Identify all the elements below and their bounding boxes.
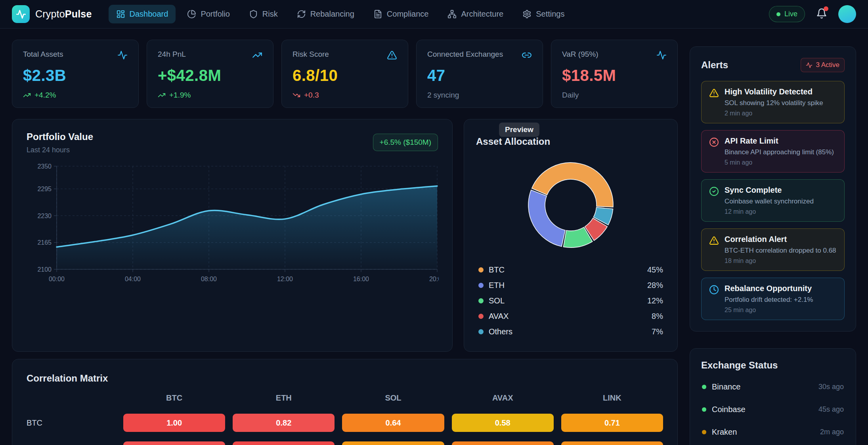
heatmap-cell: 0.58 xyxy=(452,414,554,432)
trending-up-icon xyxy=(23,91,31,99)
stat-value: 6.8/10 xyxy=(293,67,397,84)
exchange-status-title: Exchange Status xyxy=(701,360,845,371)
legend-item-avax: AVAX 8% xyxy=(476,309,665,324)
stat-card-risk-score: Risk Score 6.8/10 +0.3 xyxy=(281,40,408,108)
stat-card-connected-exchanges: Connected Exchanges 47 2 syncing xyxy=(416,40,543,108)
exchange-row-binance: Binance 30s ago xyxy=(701,376,845,398)
alert-triangle-icon xyxy=(709,88,719,98)
alert-item-high-volatility[interactable]: High Volatility Detected SOL showing 12%… xyxy=(701,81,845,123)
x-circle-icon xyxy=(709,137,719,147)
svg-text:2350: 2350 xyxy=(37,163,52,170)
portfolio-value-card: Portfolio Value Last 24 hours +6.5% ($15… xyxy=(12,119,453,352)
asset-allocation-donut-chart[interactable] xyxy=(476,154,665,253)
stat-delta: +4.2% xyxy=(23,91,128,100)
portfolio-title: Portfolio Value xyxy=(27,131,93,142)
alert-triangle-icon xyxy=(709,236,719,246)
heatmap-cell: 0.71 xyxy=(561,414,663,432)
trending-down-icon xyxy=(293,91,300,99)
stat-value: +$42.8M xyxy=(158,67,262,84)
nav-item-portfolio[interactable]: Portfolio xyxy=(180,5,237,23)
stat-card-var: VaR (95%) $18.5M Daily xyxy=(551,40,678,108)
avatar[interactable] xyxy=(838,5,856,23)
legend-dot xyxy=(478,283,484,288)
exchange-row-gemini: Gemini 1m ago xyxy=(701,443,845,445)
portfolio-change-badge: +6.5% ($150M) xyxy=(373,134,438,151)
stat-card-total-assets: Total Assets $2.3B +4.2% xyxy=(12,40,139,108)
refresh-icon xyxy=(297,10,306,19)
pie-chart-icon xyxy=(187,10,196,19)
stats-row: Total Assets $2.3B +4.2% 24h PnL +$42.8M… xyxy=(12,40,678,108)
status-dot xyxy=(702,430,706,434)
asset-allocation-title: Asset Allocation xyxy=(476,136,665,147)
correlation-header-row: BTC ETH SOL AVAX LINK xyxy=(27,393,663,403)
column-header: LINK xyxy=(561,393,663,403)
heatmap-cell: 0.69 xyxy=(561,441,663,445)
svg-text:2230: 2230 xyxy=(37,213,52,219)
nav-item-settings[interactable]: Settings xyxy=(515,5,572,23)
live-dot xyxy=(776,12,780,16)
exchange-list: Binance 30s ago Coinbase 45s ago Kraken … xyxy=(701,376,845,445)
stat-value: $18.5M xyxy=(562,67,667,84)
check-circle-icon xyxy=(709,186,719,196)
svg-text:2100: 2100 xyxy=(37,266,52,273)
stat-delta: Daily xyxy=(562,91,667,100)
trending-up-icon xyxy=(252,50,262,60)
legend-item-btc: BTC 45% xyxy=(476,262,665,278)
alerts-active-badge: 3 Active xyxy=(801,58,845,72)
page-body: Total Assets $2.3B +4.2% 24h PnL +$42.8M… xyxy=(0,29,868,445)
legend-dot xyxy=(478,298,484,303)
portfolio-line-chart[interactable]: 2100216522302295235000:0004:0008:0012:00… xyxy=(27,160,439,292)
column-header: BTC xyxy=(123,393,225,403)
stat-value: 47 xyxy=(427,67,532,84)
logo-icon xyxy=(12,5,30,23)
heatmap-cell: 0.82 xyxy=(233,414,335,432)
alert-item-correlation-alert[interactable]: Correlation Alert BTC-ETH correlation dr… xyxy=(701,228,845,271)
nav-item-risk[interactable]: Risk xyxy=(241,5,285,23)
legend-item-others: Others 7% xyxy=(476,324,665,340)
clock-icon xyxy=(709,285,719,295)
nav-item-rebalancing[interactable]: Rebalancing xyxy=(289,5,362,23)
alerts-panel: Alerts 3 Active High Volatility Detected… xyxy=(690,46,856,332)
svg-text:08:00: 08:00 xyxy=(201,276,217,282)
stat-card-24h-pnl: 24h PnL +$42.8M +1.9% xyxy=(147,40,273,108)
stat-label: Connected Exchanges xyxy=(427,50,503,59)
alert-item-sync-complete[interactable]: Sync Complete Coinbase wallet synchroniz… xyxy=(701,179,845,222)
svg-text:04:00: 04:00 xyxy=(125,276,141,282)
stat-delta: +0.3 xyxy=(293,91,397,100)
trending-up-icon xyxy=(158,91,166,99)
network-icon xyxy=(447,10,457,19)
correlation-row-btc: BTC 1.00 0.82 0.64 0.58 0.71 xyxy=(27,414,663,432)
alert-item-api-rate-limit[interactable]: API Rate Limit Binance API approaching l… xyxy=(701,130,845,173)
nav-item-compliance[interactable]: Compliance xyxy=(366,5,436,23)
nav-item-dashboard[interactable]: Dashboard xyxy=(109,5,176,23)
brand: CryptoPulse xyxy=(12,5,92,23)
stat-label: Risk Score xyxy=(293,50,329,59)
live-status-badge: Live xyxy=(769,6,805,22)
correlation-title: Correlation Matrix xyxy=(27,373,663,384)
asset-allocation-card: Preview Asset Allocation BTC 45% ETH 28% xyxy=(464,119,678,352)
stat-label: Total Assets xyxy=(23,50,63,59)
alert-item-rebalance-opportunity[interactable]: Rebalance Opportunity Portfolio drift de… xyxy=(701,278,845,320)
nav-item-architecture[interactable]: Architecture xyxy=(440,5,511,23)
gear-icon xyxy=(522,10,532,19)
main-column: Total Assets $2.3B +4.2% 24h PnL +$42.8M… xyxy=(12,40,678,445)
stat-label: VaR (95%) xyxy=(562,50,598,59)
portfolio-subtitle: Last 24 hours xyxy=(27,146,93,154)
activity-icon xyxy=(806,62,813,69)
heatmap-cell: 0.82 xyxy=(123,441,225,445)
svg-text:20:00: 20:00 xyxy=(429,276,439,282)
brand-name: CryptoPulse xyxy=(35,8,92,20)
correlation-row-eth: ETH 0.82 1.00 0.71 0.63 0.69 xyxy=(27,441,663,445)
correlation-table: BTC ETH SOL AVAX LINK BTC 1.00 0.82 0.64… xyxy=(27,393,663,445)
heatmap-cell: 0.64 xyxy=(342,414,444,432)
notifications-button[interactable] xyxy=(816,8,827,21)
right-sidebar: Alerts 3 Active High Volatility Detected… xyxy=(690,40,856,445)
link-icon xyxy=(522,50,532,60)
header-right: Live xyxy=(769,5,856,23)
stat-delta: 2 syncing xyxy=(427,91,532,100)
heatmap-cell: 1.00 xyxy=(233,441,335,445)
exchange-status-panel: Exchange Status Binance 30s ago Coinbase… xyxy=(690,348,856,445)
stat-value: $2.3B xyxy=(23,67,128,84)
stat-label: 24h PnL xyxy=(158,50,186,59)
alert-triangle-icon xyxy=(387,50,397,60)
